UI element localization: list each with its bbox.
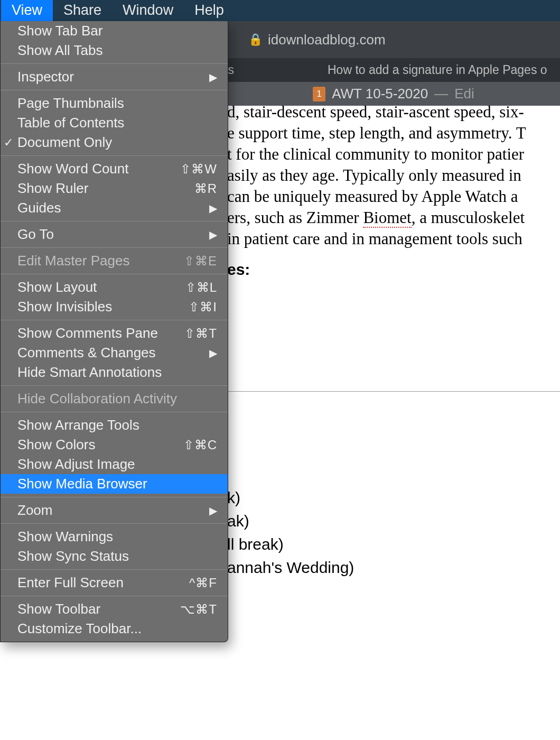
menu-item-show-word-count[interactable]: Show Word Count⇧⌘W bbox=[1, 159, 228, 179]
menu-separator bbox=[1, 221, 228, 221]
menu-item-label: Table of Contents bbox=[17, 115, 217, 131]
menu-item-show-tab-bar[interactable]: Show Tab Bar bbox=[1, 21, 228, 41]
menu-item-show-ruler[interactable]: Show Ruler⌘R bbox=[1, 179, 228, 198]
menu-item-edit-master-pages: Edit Master Pages⇧⌘E bbox=[1, 251, 228, 271]
menubar-item-help[interactable]: Help bbox=[184, 0, 235, 22]
menu-separator bbox=[1, 63, 228, 64]
menu-item-label: Document Only bbox=[17, 134, 217, 151]
menu-item-customize-toolbar[interactable]: Customize Toolbar... bbox=[1, 619, 228, 639]
menu-shortcut: ⇧⌘L bbox=[185, 280, 217, 295]
menu-item-show-adjust-image[interactable]: Show Adjust Image bbox=[1, 455, 228, 474]
menu-item-show-toolbar[interactable]: Show Toolbar⌥⌘T bbox=[1, 599, 228, 619]
menu-item-label: Inspector bbox=[17, 69, 209, 85]
menu-shortcut: ⇧⌘C bbox=[183, 438, 217, 452]
submenu-arrow-icon: ▶ bbox=[209, 347, 217, 359]
text-line: in patient care and in management tools … bbox=[227, 228, 560, 249]
menu-item-label: Show Ruler bbox=[17, 180, 194, 197]
menu-item-show-colors[interactable]: Show Colors⇧⌘C bbox=[1, 435, 228, 455]
lock-icon: 🔒 bbox=[248, 33, 263, 47]
menu-item-go-to[interactable]: Go To▶ bbox=[1, 225, 228, 244]
menu-item-label: Page Thumbnails bbox=[17, 95, 217, 112]
menu-item-label: Show All Tabs bbox=[17, 42, 217, 59]
text-line: asily as they age. Typically only measur… bbox=[227, 165, 560, 186]
menu-item-label: Hide Collaboration Activity bbox=[17, 391, 217, 407]
menu-item-comments-changes[interactable]: Comments & Changes▶ bbox=[1, 343, 228, 363]
menubar-item-window[interactable]: Window bbox=[112, 0, 184, 22]
menu-item-show-comments-pane[interactable]: Show Comments Pane⇧⌘T bbox=[1, 323, 228, 343]
document-list: k) ak) ll break) annah's Wedding) bbox=[227, 486, 354, 579]
text-line: e support time, step length, and asymmet… bbox=[227, 123, 560, 144]
menu-item-show-media-browser[interactable]: Show Media Browser bbox=[1, 474, 228, 494]
menu-item-label: Show Arrange Tools bbox=[17, 417, 217, 433]
text-line: k) bbox=[227, 486, 354, 510]
menu-item-label: Show Warnings bbox=[17, 529, 217, 545]
menu-separator bbox=[1, 412, 228, 412]
menubar-item-share[interactable]: Share bbox=[53, 0, 112, 22]
menu-shortcut: ⇧⌘T bbox=[184, 326, 217, 341]
url-display[interactable]: 🔒 idownloadblog.com bbox=[248, 32, 386, 48]
text-line: ers, such as Zimmer Biomet, a musculoske… bbox=[227, 207, 560, 228]
menu-separator bbox=[1, 596, 228, 596]
menu-item-label: Show Sync Status bbox=[17, 548, 217, 565]
document-status: Edi bbox=[454, 86, 474, 102]
menu-item-label: Guides bbox=[17, 200, 209, 216]
menu-separator bbox=[1, 523, 228, 524]
document-paragraph: d, stair-descent speed, stair-ascent spe… bbox=[227, 101, 560, 249]
menu-item-label: Show Tab Bar bbox=[17, 23, 217, 39]
menu-item-label: Hide Smart Annotations bbox=[17, 364, 217, 381]
text-line: ll break) bbox=[227, 533, 354, 556]
document-title: AWT 10-5-2020 bbox=[332, 86, 428, 102]
menu-item-enter-full-screen[interactable]: Enter Full Screen^⌘F bbox=[1, 573, 228, 593]
menu-item-show-layout[interactable]: Show Layout⇧⌘L bbox=[1, 278, 228, 297]
menu-separator bbox=[1, 274, 228, 274]
text-line-bold: es: bbox=[227, 259, 250, 280]
title-separator: — bbox=[434, 86, 448, 102]
menu-separator bbox=[1, 90, 228, 90]
text-line: annah's Wedding) bbox=[227, 556, 354, 579]
submenu-arrow-icon: ▶ bbox=[209, 202, 217, 215]
menu-item-guides[interactable]: Guides▶ bbox=[1, 198, 228, 218]
menu-separator bbox=[1, 247, 228, 248]
check-icon: ✓ bbox=[4, 136, 13, 150]
menu-item-zoom[interactable]: Zoom▶ bbox=[1, 501, 228, 520]
submenu-arrow-icon: ▶ bbox=[209, 71, 217, 84]
menu-item-page-thumbnails[interactable]: Page Thumbnails bbox=[1, 94, 228, 113]
menu-item-label: Show Toolbar bbox=[17, 601, 180, 617]
menu-separator bbox=[1, 385, 228, 386]
text-line: can be uniquely measured by Apple Watch … bbox=[227, 186, 560, 207]
menu-item-document-only[interactable]: ✓Document Only bbox=[1, 133, 228, 152]
menu-item-label: Show Colors bbox=[17, 437, 183, 453]
text-line: t for the clinical community to monitor … bbox=[227, 144, 560, 165]
menubar: View Share Window Help bbox=[0, 0, 560, 21]
menu-shortcut: ⇧⌘I bbox=[189, 300, 217, 314]
menu-item-label: Enter Full Screen bbox=[17, 575, 189, 591]
menu-separator bbox=[1, 497, 228, 497]
menu-item-hide-collaboration-activity: Hide Collaboration Activity bbox=[1, 389, 228, 409]
submenu-arrow-icon: ▶ bbox=[209, 504, 217, 517]
menu-item-label: Show Invisibles bbox=[17, 299, 189, 315]
menu-item-inspector[interactable]: Inspector▶ bbox=[1, 67, 228, 87]
menu-shortcut: ⌘R bbox=[194, 181, 217, 196]
menu-item-label: Show Comments Pane bbox=[17, 325, 184, 341]
menu-shortcut: ⌥⌘T bbox=[180, 602, 217, 617]
menu-shortcut: ⇧⌘E bbox=[184, 254, 217, 269]
menu-item-label: Show Layout bbox=[17, 279, 185, 295]
menu-item-label: Customize Toolbar... bbox=[17, 621, 217, 637]
menu-item-label: Show Media Browser bbox=[17, 476, 217, 492]
menu-shortcut: ^⌘F bbox=[189, 576, 217, 590]
menu-separator bbox=[1, 569, 228, 570]
menubar-item-view[interactable]: View bbox=[1, 0, 53, 22]
menu-item-hide-smart-annotations[interactable]: Hide Smart Annotations bbox=[1, 363, 228, 382]
menu-item-show-all-tabs[interactable]: Show All Tabs bbox=[1, 41, 228, 60]
menu-item-show-warnings[interactable]: Show Warnings bbox=[1, 527, 228, 547]
menu-item-table-of-contents[interactable]: Table of Contents bbox=[1, 113, 228, 133]
menu-item-label: Edit Master Pages bbox=[17, 253, 184, 269]
menu-item-label: Show Word Count bbox=[17, 161, 180, 177]
menu-item-show-arrange-tools[interactable]: Show Arrange Tools bbox=[1, 415, 228, 435]
menu-item-label: Zoom bbox=[17, 502, 209, 519]
menu-item-show-invisibles[interactable]: Show Invisibles⇧⌘I bbox=[1, 297, 228, 317]
view-menu-dropdown: Show Tab BarShow All TabsInspector▶Page … bbox=[0, 21, 228, 642]
browser-tab[interactable]: How to add a signature in Apple Pages o bbox=[328, 63, 547, 77]
menu-item-show-sync-status[interactable]: Show Sync Status bbox=[1, 547, 228, 566]
menu-item-label: Comments & Changes bbox=[17, 345, 209, 361]
